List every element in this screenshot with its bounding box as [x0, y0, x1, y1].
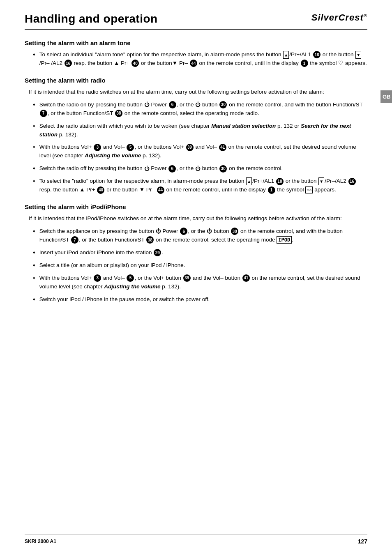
- footer-page: 127: [358, 538, 367, 545]
- list-item: With the buttons Vol+ 3 and Vol– 5, or t…: [33, 274, 367, 291]
- badge-29: 29: [154, 249, 161, 256]
- chapter-ref-3: Adjusting the volume: [85, 152, 141, 159]
- btn-al1-up: ▲: [283, 51, 289, 59]
- page-footer: SKRI 2000 A1 127: [25, 534, 367, 545]
- alarm-ipod-list: Switch the appliance on by pressing the …: [33, 227, 367, 304]
- badge-3: 3: [94, 144, 101, 151]
- bullet-content: Select a title (or an album or playlist)…: [39, 261, 367, 270]
- bullet-content: Select the radio station with which you …: [39, 122, 367, 139]
- badge-1: 1: [301, 60, 308, 67]
- badge-40: 40: [131, 60, 139, 67]
- btn-al2-down: ▼: [355, 51, 361, 59]
- bullet-content: With the buttons Vol+ 3 and Vol– 5, or t…: [39, 143, 367, 160]
- section-alarm-ipod-intro: If it is intended that the iPod/iPhone s…: [29, 214, 367, 223]
- section-alarm-tone: Setting the alarm with an alarm tone To …: [25, 39, 367, 68]
- power-icon-4: ⏻: [195, 165, 201, 173]
- page-container: Handling and operation SilverCrest® GB S…: [0, 0, 392, 557]
- list-item: Switch your iPod / iPhone in the pause m…: [33, 295, 367, 304]
- brand-logo: SilverCrest®: [311, 12, 367, 23]
- badge-44b: 44: [157, 186, 164, 194]
- list-item: To select the "radio" option for the res…: [33, 177, 367, 194]
- power-icon-5: ⏻: [156, 227, 161, 235]
- bullet-content: To select the "radio" option for the res…: [39, 177, 367, 194]
- page-header: Handling and operation SilverCrest®: [25, 12, 367, 30]
- power-icon-2: ⏻: [195, 101, 201, 109]
- section-alarm-ipod-title: Setting the alarm with iPod/iPhone: [25, 203, 367, 210]
- bullet-content: Insert your iPod and/or iPhone into the …: [39, 249, 367, 257]
- badge-44: 44: [190, 60, 197, 67]
- badge-7: 7: [40, 110, 47, 117]
- section-alarm-ipod: Setting the alarm with iPod/iPhone If it…: [25, 203, 367, 304]
- list-item: Select the radio station with which you …: [33, 122, 367, 139]
- btn-al1-up-2: ▲: [246, 177, 252, 186]
- badge-39b: 39: [183, 274, 191, 282]
- bullet-content: To select an individual "alarm tone" opt…: [39, 51, 367, 68]
- chapter-ref-2: Search for the next station: [39, 123, 351, 138]
- badge-30: 30: [219, 101, 227, 108]
- list-item: To select an individual "alarm tone" opt…: [33, 51, 367, 68]
- alarm-radio-list: Switch the radio on by pressing the butt…: [33, 101, 367, 194]
- badge-18: 18: [313, 51, 321, 58]
- badge-30c: 30: [231, 228, 238, 235]
- footer-model: SKRI 2000 A1: [25, 539, 56, 544]
- badge-16: 16: [65, 60, 72, 67]
- bullet-content: Switch the appliance on by pressing the …: [39, 227, 367, 244]
- brand-name: SilverCrest: [311, 12, 364, 23]
- bullet-content: Switch the radio off by pressing the but…: [39, 164, 367, 173]
- badge-6: 6: [169, 101, 176, 108]
- badge-41: 41: [219, 144, 226, 151]
- badge-18b: 18: [276, 178, 284, 185]
- list-item: Insert your iPod and/or iPhone into the …: [33, 249, 367, 257]
- list-item: Switch the appliance on by pressing the …: [33, 227, 367, 244]
- badge-16b: 16: [348, 178, 356, 185]
- power-icon-6: ⏻: [207, 227, 212, 235]
- badge-7b: 7: [71, 236, 78, 244]
- badge-38: 38: [115, 110, 122, 117]
- brand-sup: ®: [364, 13, 367, 18]
- bullet-content: Switch the radio on by pressing the butt…: [39, 101, 367, 118]
- bullet-content: With the buttons Vol+ 3 and Vol– 5, or t…: [39, 274, 367, 291]
- section-alarm-radio: Setting the alarm with radio If it is in…: [25, 77, 367, 194]
- gb-tab: GB: [380, 90, 392, 103]
- list-item: With the buttons Vol+ 3 and Vol– 5, or t…: [33, 143, 367, 160]
- btn-al2-down-2: ▼: [318, 177, 324, 186]
- badge-5b: 5: [127, 274, 134, 282]
- chapter-ref-4: Adjusting the volume: [104, 283, 160, 290]
- badge-6c: 6: [180, 228, 187, 235]
- badge-30b: 30: [219, 165, 227, 173]
- chapter-ref: Manual station selection: [211, 123, 276, 129]
- badge-41b: 41: [242, 274, 250, 282]
- badge-40b: 40: [97, 186, 104, 194]
- badge-3b: 3: [94, 274, 101, 282]
- badge-1b: 1: [268, 186, 275, 194]
- section-alarm-radio-intro: If it is intended that the radio switche…: [29, 88, 367, 97]
- list-item: Switch the radio on by pressing the butt…: [33, 101, 367, 118]
- list-item: Switch the radio off by pressing the but…: [33, 164, 367, 173]
- power-icon-3: ⏻: [144, 165, 150, 173]
- badge-6b: 6: [168, 165, 176, 173]
- power-icon: ⏻: [144, 101, 150, 109]
- section-alarm-tone-title: Setting the alarm with an alarm tone: [25, 39, 367, 46]
- list-item: Select a title (or an album or playlist)…: [33, 261, 367, 270]
- badge-39: 39: [186, 144, 194, 151]
- badge-5: 5: [127, 144, 134, 151]
- ipod-mode-label: IPOD: [277, 236, 292, 244]
- radio-symbol: ○○: [305, 186, 313, 194]
- badge-38b: 38: [146, 236, 154, 244]
- bullet-content: Switch your iPod / iPhone in the pause m…: [39, 295, 367, 304]
- alarm-tone-list: To select an individual "alarm tone" opt…: [33, 51, 367, 68]
- page-title: Handling and operation: [25, 12, 158, 25]
- section-alarm-radio-title: Setting the alarm with radio: [25, 77, 367, 84]
